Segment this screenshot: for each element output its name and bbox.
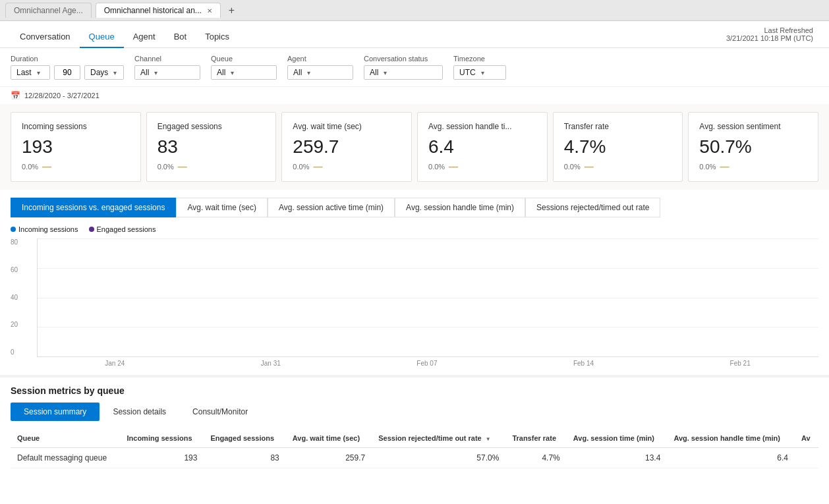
col-engaged: Engaged sessions bbox=[204, 429, 285, 448]
cell-handle-time: 6.4 bbox=[667, 448, 795, 468]
browser-chrome: Omnichannel Age... Omnichannel historica… bbox=[0, 0, 829, 21]
kpi-row: Incoming sessions 193 0.0% — Engaged ses… bbox=[0, 104, 829, 190]
agent-label: Agent bbox=[287, 55, 353, 63]
nav-agent[interactable]: Agent bbox=[124, 26, 165, 48]
legend-item: Engaged sessions bbox=[89, 225, 156, 233]
tab-omnichannel-age[interactable]: Omnichannel Age... bbox=[5, 3, 92, 18]
kpi-footer: 0.0% — bbox=[699, 161, 807, 172]
kpi-title: Avg. wait time (sec) bbox=[293, 122, 401, 131]
y-axis: 80 60 40 20 0 bbox=[11, 238, 18, 357]
chart-wrapper: 80 60 40 20 0 bbox=[37, 238, 818, 357]
kpi-value: 4.7% bbox=[564, 136, 672, 157]
chart-area bbox=[37, 238, 818, 357]
kpi-value: 83 bbox=[157, 136, 266, 157]
filter-bar: Duration Last ▾ Days ▾ Channel All ▾ Qu bbox=[0, 48, 829, 87]
kpi-pct: 0.0% bbox=[699, 163, 716, 171]
session-metrics-section: Session metrics by queue Session summary… bbox=[0, 375, 829, 476]
kpi-pct: 0.0% bbox=[428, 163, 445, 171]
chevron-down-icon: ▾ bbox=[481, 69, 484, 76]
channel-value: All bbox=[140, 68, 149, 77]
timezone-select[interactable]: UTC ▾ bbox=[453, 65, 506, 80]
kpi-pct: 0.0% bbox=[22, 163, 38, 171]
cell-incoming: 193 bbox=[120, 448, 204, 468]
top-nav: Conversation Queue Agent Bot Topics Last… bbox=[0, 21, 829, 48]
kpi-footer: 0.0% — bbox=[22, 161, 130, 172]
kpi-footer: 0.0% — bbox=[293, 161, 401, 172]
channel-label: Channel bbox=[134, 55, 200, 63]
kpi-title: Avg. session handle ti... bbox=[428, 122, 536, 131]
kpi-title: Transfer rate bbox=[564, 122, 672, 131]
duration-controls: Last ▾ Days ▾ bbox=[11, 65, 124, 80]
date-range: 📅 12/28/2020 - 3/27/2021 bbox=[0, 87, 829, 104]
nav-topics[interactable]: Topics bbox=[196, 26, 239, 48]
close-tab-icon[interactable]: ✕ bbox=[207, 7, 212, 14]
chevron-down-icon: ▾ bbox=[113, 69, 117, 76]
chevron-down-icon: ▾ bbox=[307, 69, 310, 76]
kpi-card: Avg. session sentiment 50.7% 0.0% — bbox=[688, 112, 818, 182]
channel-select[interactable]: All ▾ bbox=[134, 65, 200, 80]
last-refreshed-label: Last Refreshed bbox=[726, 26, 813, 34]
chart-tab[interactable]: Avg. session handle time (min) bbox=[395, 198, 525, 217]
conversation-status-select[interactable]: All ▾ bbox=[364, 65, 443, 80]
kpi-trend: — bbox=[313, 161, 322, 172]
duration-type-value: Last bbox=[16, 68, 32, 77]
queue-select[interactable]: All ▾ bbox=[211, 65, 277, 80]
session-tab[interactable]: Session summary bbox=[11, 403, 100, 421]
chart-tab[interactable]: Avg. session active time (min) bbox=[268, 198, 395, 217]
chevron-down-icon: ▾ bbox=[37, 69, 40, 76]
kpi-title: Avg. session sentiment bbox=[699, 122, 807, 131]
nav-bot[interactable]: Bot bbox=[165, 26, 196, 48]
chevron-down-icon: ▾ bbox=[154, 69, 157, 76]
agent-value: All bbox=[293, 68, 302, 77]
timezone-value: UTC bbox=[459, 68, 476, 77]
col-handle-time: Avg. session handle time (min) bbox=[667, 429, 795, 448]
chart-tabs: Incoming sessions vs. engaged sessionsAv… bbox=[11, 198, 818, 217]
nav-queue[interactable]: Queue bbox=[80, 26, 124, 48]
duration-type-select[interactable]: Last ▾ bbox=[11, 65, 50, 80]
kpi-trend: — bbox=[720, 161, 729, 172]
kpi-value: 6.4 bbox=[428, 136, 536, 157]
cell-avg-wait: 259.7 bbox=[286, 448, 372, 468]
duration-number-input[interactable] bbox=[54, 65, 80, 80]
kpi-footer: 0.0% — bbox=[564, 161, 672, 172]
tab-omnichannel-historical[interactable]: Omnichannel historical an... ✕ bbox=[96, 3, 221, 18]
app-container: Conversation Queue Agent Bot Topics Last… bbox=[0, 21, 829, 504]
agent-select[interactable]: All ▾ bbox=[287, 65, 353, 80]
col-rejected: Session rejected/time out rate ▼ bbox=[372, 429, 505, 448]
new-tab-button[interactable]: + bbox=[225, 5, 239, 16]
session-tab[interactable]: Session details bbox=[100, 403, 179, 421]
cell-queue: Default messaging queue bbox=[11, 448, 120, 468]
bars-area bbox=[38, 238, 818, 356]
timezone-filter: Timezone UTC ▾ bbox=[453, 55, 506, 80]
last-refreshed-value: 3/21/2021 10:18 PM (UTC) bbox=[726, 34, 813, 42]
duration-unit-select[interactable]: Days ▾ bbox=[84, 65, 124, 80]
table-row: Default messaging queue 193 83 259.7 57.… bbox=[11, 448, 818, 468]
session-tabs: Session summarySession detailsConsult/Mo… bbox=[11, 403, 818, 421]
kpi-trend: — bbox=[178, 161, 187, 172]
cell-transfer: 4.7% bbox=[505, 448, 566, 468]
col-transfer: Transfer rate bbox=[505, 429, 566, 448]
cell-extra bbox=[795, 448, 818, 468]
kpi-title: Engaged sessions bbox=[157, 122, 266, 131]
chart-legend: Incoming sessionsEngaged sessions bbox=[11, 225, 818, 233]
kpi-card: Transfer rate 4.7% 0.0% — bbox=[553, 112, 683, 182]
kpi-card: Incoming sessions 193 0.0% — bbox=[11, 112, 141, 182]
conversation-status-value: All bbox=[370, 68, 378, 77]
chart-tab[interactable]: Sessions rejected/timed out rate bbox=[525, 198, 660, 217]
queue-value: All bbox=[217, 68, 225, 77]
conversation-status-filter: Conversation status All ▾ bbox=[364, 55, 443, 80]
last-refreshed: Last Refreshed 3/21/2021 10:18 PM (UTC) bbox=[726, 26, 813, 42]
col-extra: Av bbox=[795, 429, 818, 448]
kpi-trend: — bbox=[449, 161, 458, 172]
channel-filter: Channel All ▾ bbox=[134, 55, 200, 80]
queue-label: Queue bbox=[211, 55, 277, 63]
col-avg-wait: Avg. wait time (sec) bbox=[286, 429, 372, 448]
session-metrics-title: Session metrics by queue bbox=[11, 385, 818, 396]
chart-tab[interactable]: Avg. wait time (sec) bbox=[176, 198, 267, 217]
duration-label: Duration bbox=[11, 55, 124, 63]
chart-section: Incoming sessions vs. engaged sessionsAv… bbox=[0, 190, 829, 375]
nav-conversation[interactable]: Conversation bbox=[11, 26, 80, 48]
col-incoming: Incoming sessions bbox=[120, 429, 204, 448]
chart-tab[interactable]: Incoming sessions vs. engaged sessions bbox=[11, 198, 176, 217]
session-tab[interactable]: Consult/Monitor bbox=[179, 403, 261, 421]
